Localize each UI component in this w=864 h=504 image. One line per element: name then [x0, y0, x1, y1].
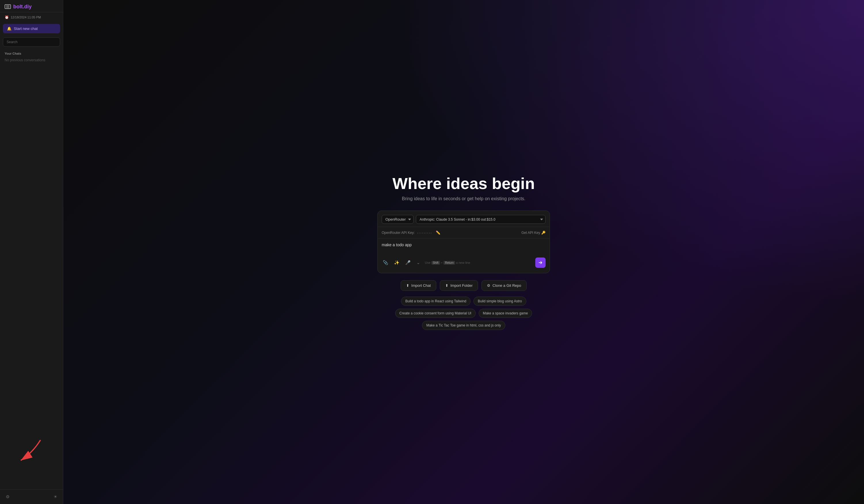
theme-button[interactable]: ☀ [52, 493, 58, 501]
shift-key: Shift [431, 261, 440, 265]
new-chat-button[interactable]: 🔔 Start new chat [3, 24, 60, 33]
suggestion-chip-0[interactable]: Build a todo app in React using Tailwind [401, 297, 470, 306]
settings-button[interactable]: ⚙ [4, 493, 11, 501]
import-chat-button[interactable]: ⬆ Import Chat [401, 280, 436, 291]
no-conversations-label: No previous conversations [0, 56, 63, 64]
enhance-button[interactable]: ✨ [393, 259, 401, 266]
api-key-left: OpenRouter API Key: ········· ✏️ [382, 230, 442, 235]
clock-icon: ⏰ [4, 15, 9, 19]
new-chat-icon: 🔔 [7, 26, 12, 31]
svg-rect-0 [6, 5, 10, 6]
provider-select[interactable]: OpenRouter Anthropic OpenAI Groq [382, 215, 413, 224]
api-key-edit-button[interactable]: ✏️ [435, 230, 442, 235]
svg-rect-1 [6, 7, 10, 7]
sidebar-datetime: ⏰ 12/18/2024 11:05 PM [0, 12, 63, 22]
model-selector-row: OpenRouter Anthropic OpenAI Groq Anthrop… [377, 211, 550, 227]
import-folder-button[interactable]: ⬆ Import Folder [440, 280, 478, 291]
attach-button[interactable]: 📎 [382, 259, 389, 266]
suggestion-chip-2[interactable]: Create a cookie consent form using Mater… [395, 309, 476, 318]
sidebar-header: bolt.diy [0, 0, 63, 12]
model-select[interactable]: Anthropic: Claude 3.5 Sonnet - in:$3.00 … [416, 215, 545, 224]
suggestion-chip-4[interactable]: Make a Tic Tac Toe game in html, css and… [422, 321, 505, 330]
svg-rect-2 [6, 8, 10, 8]
import-chat-icon: ⬆ [406, 283, 409, 288]
sidebar: bolt.diy ⏰ 12/18/2024 11:05 PM 🔔 Start n… [0, 0, 63, 504]
logo-text: bolt.diy [13, 4, 32, 9]
clone-icon: ⚙ [487, 283, 490, 288]
key-icon: 🔑 [541, 231, 545, 235]
search-input[interactable] [3, 37, 60, 47]
chat-box: OpenRouter Anthropic OpenAI Groq Anthrop… [377, 211, 550, 273]
suggestion-chip-3[interactable]: Make a space invaders game [479, 309, 532, 318]
voice-button[interactable]: 🎤 [404, 259, 412, 266]
hero-title: Where ideas begin [393, 174, 535, 193]
import-folder-icon: ⬆ [445, 283, 448, 288]
more-button[interactable]: ⌄ [415, 259, 421, 266]
chat-tools: 📎 ✨ 🎤 ⌄ Use Shift + Return a new line [382, 259, 470, 266]
clone-repo-button[interactable]: ⚙ Clone a Git Repo [481, 280, 527, 291]
get-api-key-link[interactable]: Get API Key 🔑 [521, 231, 545, 235]
arrow-annotation [17, 434, 40, 469]
main-content: Where ideas begin Bring ideas to life in… [63, 0, 864, 504]
api-key-row: OpenRouter API Key: ········· ✏️ Get API… [377, 227, 550, 239]
chat-hint: Use Shift + Return a new line [425, 261, 470, 264]
hero-subtitle: Bring ideas to life in seconds or get he… [402, 196, 526, 201]
sidebar-toggle-icon[interactable] [4, 4, 11, 9]
your-chats-label: Your Chats [0, 49, 63, 56]
send-button[interactable] [535, 257, 545, 268]
chat-input-area: make a todo app 📎 ✨ 🎤 ⌄ Use Shift + Retu… [377, 239, 550, 273]
action-buttons-row: ⬆ Import Chat ⬆ Import Folder ⚙ Clone a … [401, 280, 527, 291]
chat-textarea[interactable]: make a todo app [382, 242, 545, 256]
chat-input-bottom: 📎 ✨ 🎤 ⌄ Use Shift + Return a new line [382, 257, 545, 269]
api-key-label: OpenRouter API Key: [382, 231, 415, 235]
api-key-dots: ········· [417, 230, 432, 235]
sidebar-footer: ⚙ ☀ [0, 489, 63, 504]
suggestions-row: Build a todo app in React using Tailwind… [363, 297, 564, 330]
suggestion-chip-1[interactable]: Build simple blog using Astro [473, 297, 526, 306]
return-key: Return [444, 261, 455, 265]
